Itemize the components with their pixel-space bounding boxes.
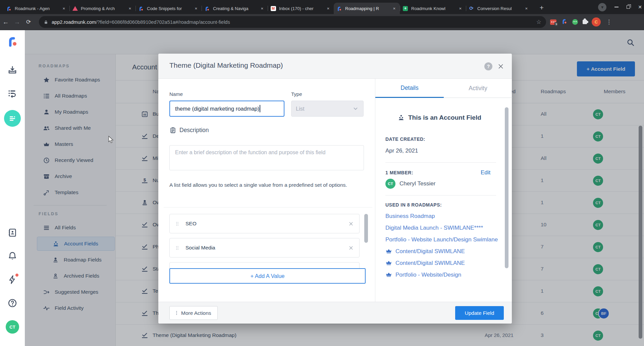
list-value-item[interactable]: SEO — [169, 214, 360, 233]
tab-activity[interactable]: Activity — [444, 79, 512, 98]
bookmark-star-icon[interactable] — [536, 18, 541, 25]
restore-button[interactable] — [627, 5, 630, 9]
tab-close-icon[interactable] — [193, 6, 199, 11]
name-label: Name — [169, 91, 183, 97]
used-in-label: USED IN 8 ROADMAPS: — [385, 202, 442, 208]
details-pane: Details Activity This is an Account Fiel… — [375, 79, 512, 302]
tab-close-icon[interactable] — [325, 6, 331, 11]
tab-favicon: ⟳ — [469, 6, 474, 11]
import-icon[interactable] — [7, 65, 17, 75]
more-actions-button[interactable]: More Actions — [169, 306, 218, 320]
robot-extension-icon[interactable] — [572, 19, 578, 25]
account-field-note: This is an Account Field — [408, 114, 481, 121]
remove-value-icon[interactable] — [348, 245, 354, 251]
browser-tab-roadmunk-knowl[interactable]: +Roadmunk Knowl — [400, 3, 466, 14]
kebab-icon — [174, 310, 179, 316]
lock-icon — [44, 20, 48, 24]
triangle-logo-icon — [72, 6, 78, 11]
tab-close-icon[interactable] — [391, 6, 397, 11]
tab-search-button[interactable] — [598, 3, 606, 11]
roadmaps-active-icon[interactable] — [4, 110, 21, 127]
list-history-icon[interactable] — [7, 89, 17, 99]
crownlink-icon — [385, 271, 392, 278]
help-icon[interactable] — [7, 298, 17, 308]
add-value-button[interactable]: + Add A Value — [169, 268, 366, 284]
tab-title: Code Snippets for — [147, 6, 191, 11]
drag-handle-icon[interactable] — [174, 245, 180, 251]
spreadsheet-icon: + — [403, 6, 408, 11]
tab-title: Roadmapping | R — [345, 6, 389, 11]
browser-tab-inbox-170-cher[interactable]: MInbox (170) - cher — [268, 3, 334, 14]
browser-tab-creating-naviga[interactable]: Creating & Naviga — [202, 3, 268, 14]
tab-favicon — [204, 6, 210, 11]
list-field-help-text: A list field allows you to select a sing… — [169, 180, 359, 190]
tab-title: Roadmunk Knowl — [411, 6, 455, 11]
roadmap-link-label: Content/Digital SWIMLANE — [395, 248, 465, 254]
gmail-icon: M — [271, 6, 276, 11]
clipboard-icon — [169, 127, 176, 134]
roadmunk-extension-icon[interactable] — [561, 18, 568, 26]
list-value-item[interactable]: Social Media — [169, 238, 360, 257]
contacts-icon[interactable] — [7, 228, 17, 238]
tab-title: Roadmunk - Agen — [15, 6, 59, 11]
edit-members-link[interactable]: Edit — [481, 169, 490, 176]
tab-title: Conversion Resul — [477, 6, 522, 11]
roadmunk-logo-icon[interactable] — [6, 35, 19, 48]
help-icon[interactable] — [484, 62, 492, 70]
roadmap-link[interactable]: Business Roadmap — [385, 210, 499, 222]
browser-tab-code-snippets-for[interactable]: Code Snippets for — [136, 3, 202, 14]
minimize-button[interactable] — [614, 7, 619, 7]
notifications-bell-icon[interactable] — [7, 251, 17, 261]
tab-close-icon[interactable] — [259, 6, 265, 11]
description-textarea[interactable] — [169, 145, 364, 170]
roadmap-link[interactable]: Portfolio - Website Launch/Design Swimla… — [385, 234, 499, 245]
tab-details[interactable]: Details — [375, 79, 444, 98]
close-window-button[interactable] — [638, 4, 642, 10]
field-type-value: List — [296, 106, 305, 112]
text-caret — [260, 105, 260, 112]
update-field-button[interactable]: Update Field — [455, 306, 504, 320]
close-icon[interactable] — [497, 63, 504, 70]
remove-value-icon[interactable] — [348, 221, 354, 227]
details-scrollbar[interactable] — [505, 107, 508, 268]
extension-icon[interactable]: 9 — [550, 19, 556, 25]
tab-favicon: + — [402, 6, 408, 11]
browser-tab-promoting-arch[interactable]: Promoting & Arch — [69, 3, 136, 14]
description-label: Description — [179, 127, 209, 134]
more-actions-label: More Actions — [181, 310, 211, 316]
roadmap-link[interactable]: Digital Media Launch - SWIMLANE**** — [385, 222, 499, 234]
browser-tab-roadmapping-r[interactable]: Roadmapping | R — [334, 3, 400, 14]
tab-close-icon[interactable] — [127, 6, 133, 11]
browser-tab-roadmunk-agen[interactable]: Roadmunk - Agen — [3, 3, 69, 14]
drag-handle-icon[interactable] — [174, 221, 180, 227]
reload-button[interactable] — [23, 18, 34, 25]
browser-tab-bar: Roadmunk - AgenPromoting & ArchCode Snip… — [0, 0, 644, 14]
sync-icon: ⟳ — [469, 5, 474, 11]
roadmap-link[interactable]: Portfolio - Website/Design — [385, 269, 499, 281]
roadmap-link[interactable]: Content/Digital SWIMLANE — [385, 257, 499, 269]
modal-title: Theme (Digital Marketing Roadmap) — [169, 61, 283, 69]
field-type-select[interactable]: List — [291, 101, 364, 117]
crownlink-icon — [385, 248, 392, 254]
extensions-puzzle-icon[interactable] — [583, 20, 587, 24]
field-name-input[interactable]: theme (digital marketing roadmap) — [169, 101, 284, 117]
values-scrollbar[interactable] — [364, 214, 368, 243]
date-created-value: Apr 26, 2021 — [385, 148, 418, 154]
browser-tab-conversion-resul[interactable]: ⟳Conversion Resul — [466, 3, 532, 14]
browser-toolbar: app2.roadmunk.com/?field=6086f8d060b8910… — [0, 14, 644, 30]
browser-menu-icon[interactable] — [606, 18, 612, 25]
activity-bolt-icon[interactable] — [7, 275, 17, 285]
address-bar[interactable]: app2.roadmunk.com/?field=6086f8d060b8910… — [39, 16, 546, 28]
roadmap-link[interactable]: Content/Digital SWIMLANE — [385, 245, 499, 257]
tab-close-icon[interactable] — [458, 6, 463, 11]
user-avatar[interactable]: CT — [6, 320, 19, 334]
tab-close-icon[interactable] — [524, 6, 529, 11]
back-button[interactable] — [0, 18, 11, 26]
new-tab-button[interactable] — [537, 3, 547, 13]
tab-favicon — [72, 6, 78, 11]
forward-button[interactable] — [11, 18, 23, 26]
extension-badge: 9 — [554, 22, 558, 26]
tab-close-icon[interactable] — [61, 6, 67, 11]
browser-profile-avatar[interactable]: C — [592, 17, 601, 26]
member-name: Cheryl Tessier — [399, 180, 435, 187]
